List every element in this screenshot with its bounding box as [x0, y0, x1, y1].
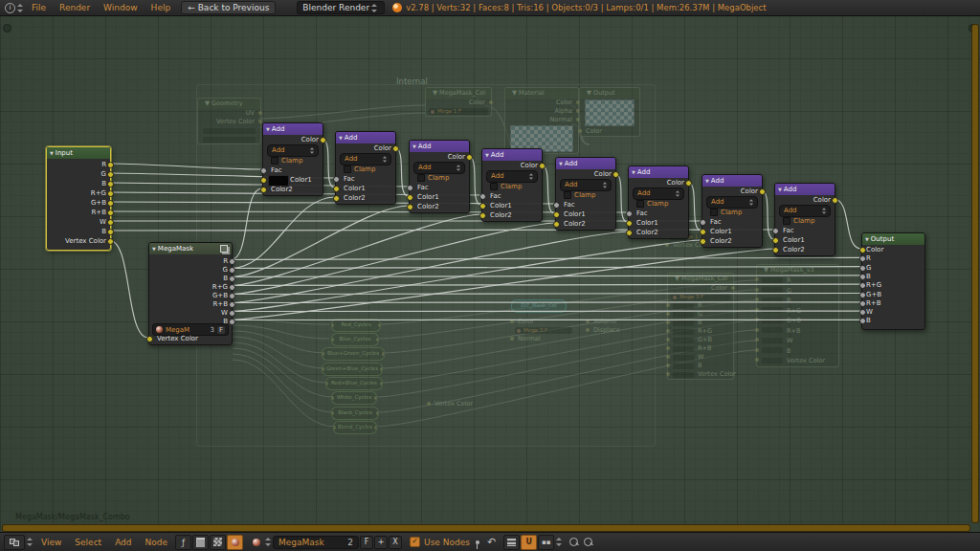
socket[interactable] [626, 230, 633, 236]
clamp-checkbox[interactable]: Clamp [707, 209, 742, 216]
socket[interactable] [859, 309, 866, 316]
collapse-triangle-icon[interactable]: ▼ [412, 143, 416, 149]
zoom-camera-icon[interactable] [584, 538, 592, 546]
new-datablock-button[interactable]: + [374, 536, 388, 549]
socket[interactable] [229, 293, 235, 299]
shader-context-texture-icon[interactable] [210, 535, 226, 550]
clamp-checkbox[interactable]: Clamp [561, 191, 595, 199]
socket[interactable] [392, 145, 399, 152]
node-add3[interactable]: ▼AddColorAddClampFacColor1Color2 [481, 148, 543, 222]
socket[interactable] [539, 163, 546, 169]
menu-help[interactable]: Help [151, 3, 171, 12]
clamp-checkbox[interactable]: Clamp [634, 200, 668, 208]
node-add5[interactable]: ▼AddColorAddClampFacColor1Color2 [628, 165, 689, 239]
socket[interactable] [107, 181, 114, 187]
socket[interactable] [553, 202, 560, 209]
pin-icon[interactable] [476, 540, 479, 544]
socket[interactable] [700, 219, 706, 226]
blend-mode-select[interactable]: Add [486, 170, 538, 183]
node-header[interactable]: ▼Add [629, 166, 688, 178]
socket[interactable] [107, 238, 114, 245]
socket[interactable] [859, 265, 866, 272]
socket[interactable] [772, 237, 779, 244]
socket[interactable] [229, 267, 235, 274]
socket[interactable] [229, 258, 235, 265]
blend-mode-select[interactable]: Add [340, 153, 391, 165]
collapse-triangle-icon[interactable]: ▼ [778, 187, 782, 192]
collapse-triangle-icon[interactable]: ▼ [50, 150, 54, 156]
node-header[interactable]: ▼Input [47, 147, 110, 159]
menu-window[interactable]: Window [103, 3, 138, 12]
socket[interactable] [479, 193, 486, 200]
node-add2[interactable]: ▼AddColorAddClampFacColor1Color2 [409, 140, 470, 213]
socket[interactable] [407, 204, 413, 210]
clamp-checkbox[interactable]: Clamp [341, 165, 375, 173]
go-to-parent-icon[interactable]: ↶ [487, 536, 496, 548]
socket[interactable] [107, 229, 114, 235]
socket[interactable] [859, 292, 866, 298]
backdrop-toggle-button[interactable] [503, 535, 520, 550]
node-output[interactable]: ▼OutputColorRGBR+GG+BR+BWB [861, 232, 925, 330]
zoom-border-icon[interactable] [569, 538, 578, 546]
editor-type-arrows[interactable] [17, 4, 23, 12]
node-add4[interactable]: ▼AddColorAddClampFacColor1Color2 [555, 157, 616, 231]
socket[interactable] [333, 176, 340, 183]
snap-mode-arrows[interactable] [556, 538, 562, 546]
socket[interactable] [260, 167, 267, 174]
socket[interactable] [759, 188, 766, 195]
socket[interactable] [772, 228, 779, 234]
socket[interactable] [685, 180, 692, 187]
collapse-triangle-icon[interactable]: ▼ [559, 161, 563, 166]
node-header[interactable]: ▼Add [775, 184, 835, 195]
node-add1[interactable]: ▼AddColorAddClampFacColor1Color2 [335, 131, 396, 205]
vertical-scrollbar[interactable] [971, 24, 979, 523]
node-tree-name-field[interactable]: MegaMask 2 [273, 536, 359, 549]
browse-id-arrows[interactable] [265, 538, 271, 546]
socket[interactable] [859, 318, 866, 324]
horizontal-scrollbar[interactable] [2, 524, 970, 532]
browse-id-button[interactable] [249, 536, 263, 549]
node-header[interactable]: ▼Add [482, 149, 542, 161]
menu-node[interactable]: Node [145, 538, 168, 547]
socket[interactable] [107, 171, 114, 178]
socket[interactable] [832, 197, 838, 204]
shader-context-brush-icon[interactable]: ƒ [175, 535, 191, 550]
blend-mode-select[interactable]: Add [633, 187, 684, 200]
socket[interactable] [859, 282, 866, 289]
socket[interactable] [479, 203, 486, 209]
snap-toggle-button[interactable]: U [521, 535, 537, 550]
node-header[interactable]: ▼Add [410, 141, 469, 152]
node-megamask[interactable]: ▼MegaMaskRGBR+GG+BR+BWBMegaM3FVertex Col… [148, 242, 233, 345]
node-add6[interactable]: ▼AddColorAddClampFacColor1Color2 [702, 174, 763, 248]
node-header[interactable]: ▼Add [336, 132, 395, 143]
snap-mode-button[interactable]: ▪▪ [538, 535, 554, 550]
node-header[interactable]: ▼Add [263, 123, 323, 135]
clamp-checkbox[interactable]: Clamp [487, 183, 522, 190]
socket[interactable] [260, 187, 267, 193]
shader-context-world-icon[interactable] [192, 535, 209, 550]
socket[interactable] [229, 319, 235, 325]
socket[interactable] [466, 154, 473, 161]
collapse-triangle-icon[interactable]: ▼ [339, 135, 343, 141]
socket[interactable] [229, 310, 235, 317]
info-editor-icon[interactable]: i [5, 3, 15, 13]
blend-mode-select[interactable]: Add [779, 205, 831, 217]
socket[interactable] [407, 185, 413, 191]
node-add0[interactable]: ▼AddColorAddClampFacColor1Color2 [262, 122, 323, 196]
collapse-triangle-icon[interactable]: ▼ [152, 246, 156, 252]
socket[interactable] [859, 247, 866, 253]
socket[interactable] [859, 255, 866, 262]
blend-mode-select[interactable]: Add [413, 162, 465, 174]
node-header[interactable]: ▼Output [862, 233, 924, 245]
socket[interactable] [333, 186, 340, 192]
socket[interactable] [229, 276, 235, 282]
socket[interactable] [333, 195, 340, 202]
socket[interactable] [859, 300, 866, 307]
area-corner-widget[interactable] [3, 24, 11, 33]
socket[interactable] [553, 211, 560, 218]
back-to-previous-button[interactable]: ← Back to Previous [181, 1, 276, 14]
blend-mode-select[interactable]: Add [267, 144, 319, 157]
socket[interactable] [107, 162, 114, 168]
render-engine-select[interactable]: Blender Render [297, 1, 385, 14]
socket[interactable] [700, 229, 706, 235]
